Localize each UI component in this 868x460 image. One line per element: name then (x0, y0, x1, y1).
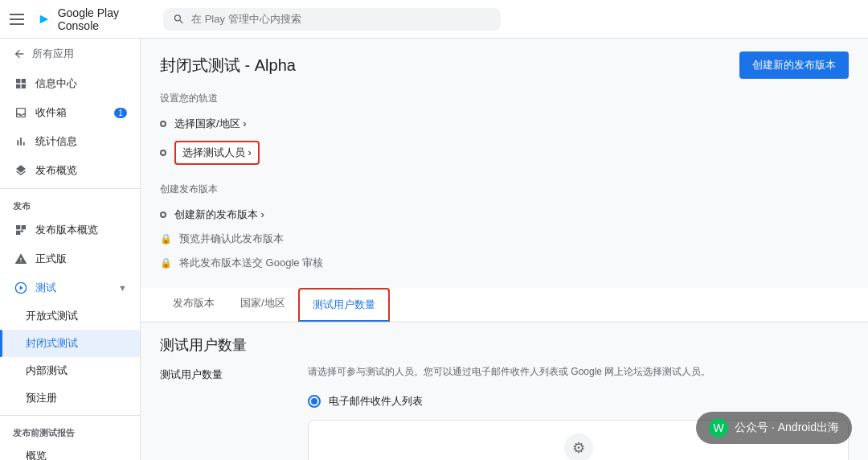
sidebar-item-release-overview[interactable]: 发布版本概览 (0, 216, 140, 244)
menu-icon[interactable] (10, 10, 27, 29)
svg-marker-3 (20, 285, 23, 290)
sidebar-item-label: 统计信息 (35, 134, 77, 149)
search-input[interactable] (191, 13, 491, 25)
sidebar-item-label: 预注册 (26, 391, 57, 405)
layers-icon (13, 162, 29, 179)
step-dot-2 (160, 150, 166, 156)
step-country: 选择国家/地区 › (160, 112, 849, 136)
step1-link[interactable]: 选择国家/地区 › (174, 117, 247, 131)
lock-icon-1: 🔒 (160, 233, 171, 244)
sidebar-item-publish-overview[interactable]: 发布概览 (0, 156, 140, 185)
lock-icon-2: 🔒 (160, 257, 171, 269)
tab-country-label: 国家/地区 (240, 297, 285, 309)
sidebar-item-testing[interactable]: 测试 ▼ (0, 273, 140, 302)
setup-label: 设置您的轨道 (160, 92, 849, 105)
bar-chart-icon (13, 133, 29, 150)
publish-group-label: 发布 (0, 192, 140, 216)
sidebar-item-label: 开放式测试 (26, 309, 78, 323)
divider (0, 188, 140, 189)
sidebar-item-label: 发布版本概览 (35, 223, 98, 237)
sidebar-item-closed-test[interactable]: 封闭式测试 (0, 330, 140, 357)
sidebar-item-internal-test[interactable]: 内部测试 (0, 357, 140, 384)
step4-text: 预览并确认此发布版本 (179, 232, 284, 246)
play-logo: Google Play Console (33, 6, 150, 32)
logo-area: Google Play Console (10, 6, 150, 32)
play-logo-svg (33, 8, 53, 31)
sidebar: 所有应用 信息中心 收件箱 1 统计信息 发布概览 (0, 39, 141, 460)
sidebar-item-label: 测试 (35, 281, 56, 295)
content-area: 封闭式测试 - Alpha 创建新的发布版本 设置您的轨道 选择国家/地区 › … (141, 39, 868, 460)
logo-text: Google Play Console (58, 6, 150, 32)
top-header: Google Play Console (0, 0, 868, 39)
grid-icon (13, 76, 29, 92)
step-create-release: 创建新的发布版本 › (160, 203, 849, 227)
sidebar-item-inbox[interactable]: 收件箱 1 (0, 98, 140, 127)
sidebar-item-info-center[interactable]: 信息中心 (0, 69, 140, 98)
step-submit: 🔒 将此发布版本送交 Google 审核 (160, 251, 849, 275)
form-label: 测试用户数量 (160, 364, 289, 460)
sidebar-item-label: 概览 (26, 449, 47, 460)
main-layout: 所有应用 信息中心 收件箱 1 统计信息 发布概览 (0, 39, 868, 460)
page-title: 封闭式测试 - Alpha (160, 55, 296, 76)
content-inner: 封闭式测试 - Alpha 创建新的发布版本 设置您的轨道 选择国家/地区 › … (141, 39, 868, 460)
section-title: 测试用户数量 (160, 335, 849, 355)
sidebar-item-report-overview[interactable]: 概览 (0, 442, 140, 460)
form-desc: 请选择可参与测试的人员。您可以通过电子邮件收件人列表或 Google 网上论坛选… (308, 364, 849, 380)
watermark: W 公众号 · Android出海 (696, 412, 852, 444)
sidebar-item-production[interactable]: 正式版 (0, 244, 140, 273)
tab-country[interactable]: 国家/地区 (227, 288, 298, 322)
setup-section: 设置您的轨道 选择国家/地区 › 选择测试人员 › (160, 92, 849, 170)
step-testers: 选择测试人员 › (160, 136, 849, 170)
inbox-badge: 1 (114, 108, 127, 118)
chevron-down-icon: ▼ (118, 283, 127, 293)
sidebar-item-stats[interactable]: 统计信息 (0, 127, 140, 156)
production-icon (13, 251, 29, 267)
sidebar-item-pre-register[interactable]: 预注册 (0, 384, 140, 412)
page-header: 封闭式测试 - Alpha 创建新的发布版本 (160, 51, 849, 79)
create-release-button[interactable]: 创建新的发布版本 (739, 51, 849, 79)
sidebar-item-label: 封闭式测试 (26, 336, 78, 351)
sidebar-item-label: 正式版 (35, 252, 67, 266)
sidebar-item-open-test[interactable]: 开放式测试 (0, 302, 140, 330)
step-dot-3 (160, 212, 166, 218)
gear-icon: ⚙ (564, 433, 593, 460)
sidebar-back[interactable]: 所有应用 (0, 39, 140, 69)
wechat-icon: W (709, 418, 728, 437)
sidebar-item-label: 收件箱 (35, 105, 67, 120)
tab-testers-label: 测试用户数量 (313, 298, 375, 310)
sidebar-item-label: 内部测试 (26, 363, 68, 378)
release-icon (13, 222, 29, 238)
step3-link[interactable]: 创建新的发布版本 › (174, 207, 264, 222)
radio-email-circle (308, 395, 321, 408)
step5-text: 将此发布版本送交 Google 审核 (179, 256, 323, 270)
back-arrow-icon (13, 47, 26, 60)
reports-group-label: 发布前测试报告 (0, 419, 140, 442)
radio-email-label: 电子邮件收件人列表 (329, 394, 423, 409)
search-bar[interactable] (163, 8, 501, 31)
tabs-container: 发布版本 国家/地区 测试用户数量 (141, 288, 868, 322)
tab-testers[interactable]: 测试用户数量 (298, 288, 390, 322)
testing-icon (13, 280, 29, 296)
step-dot-1 (160, 121, 166, 127)
radio-email-option[interactable]: 电子邮件收件人列表 (308, 389, 849, 413)
divider2 (0, 415, 140, 416)
sidebar-item-label: 信息中心 (35, 76, 77, 91)
step2-link[interactable]: 选择测试人员 › (174, 141, 260, 165)
search-icon (173, 13, 185, 26)
back-label: 所有应用 (32, 47, 74, 61)
inbox-icon (13, 105, 29, 121)
tab-release-label: 发布版本 (173, 297, 215, 309)
create-label: 创建发布版本 (160, 183, 849, 196)
watermark-text: 公众号 · Android出海 (735, 421, 839, 435)
create-release-section: 创建发布版本 创建新的发布版本 › 🔒 预览并确认此发布版本 🔒 将此发布版本送… (160, 183, 849, 275)
tab-release[interactable]: 发布版本 (160, 288, 227, 322)
step-preview: 🔒 预览并确认此发布版本 (160, 227, 849, 251)
sidebar-item-label: 发布概览 (35, 163, 77, 178)
